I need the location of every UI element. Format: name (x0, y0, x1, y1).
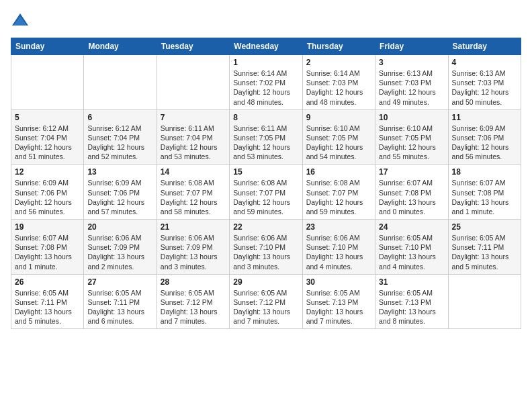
calendar-week-row: 1Sunrise: 6:14 AM Sunset: 7:02 PM Daylig… (11, 55, 521, 110)
calendar-week-row: 19Sunrise: 6:07 AM Sunset: 7:08 PM Dayli… (11, 220, 521, 275)
cell-date-number: 5 (15, 113, 80, 122)
calendar-week-row: 26Sunrise: 6:05 AM Sunset: 7:11 PM Dayli… (11, 274, 521, 329)
cell-date-number: 16 (306, 167, 371, 177)
calendar-cell: 23Sunrise: 6:06 AM Sunset: 7:10 PM Dayli… (302, 220, 375, 275)
calendar-cell: 16Sunrise: 6:08 AM Sunset: 7:07 PM Dayli… (302, 165, 375, 220)
calendar-cell: 5Sunrise: 6:12 AM Sunset: 7:04 PM Daylig… (11, 109, 84, 165)
cell-info-text: Sunrise: 6:08 AM Sunset: 7:07 PM Dayligh… (306, 178, 371, 216)
cell-info-text: Sunrise: 6:06 AM Sunset: 7:09 PM Dayligh… (161, 233, 226, 271)
cell-date-number: 15 (233, 167, 298, 177)
cell-date-number: 3 (379, 58, 444, 67)
calendar-cell: 1Sunrise: 6:14 AM Sunset: 7:02 PM Daylig… (230, 55, 302, 110)
calendar-cell: 26Sunrise: 6:05 AM Sunset: 7:11 PM Dayli… (11, 274, 84, 329)
calendar-cell: 4Sunrise: 6:13 AM Sunset: 7:03 PM Daylig… (448, 55, 521, 110)
calendar-cell: 9Sunrise: 6:10 AM Sunset: 7:05 PM Daylig… (302, 109, 375, 165)
cell-date-number: 20 (87, 222, 152, 232)
cell-info-text: Sunrise: 6:09 AM Sunset: 7:06 PM Dayligh… (452, 124, 517, 162)
cell-info-text: Sunrise: 6:07 AM Sunset: 7:08 PM Dayligh… (15, 233, 80, 271)
calendar-cell: 7Sunrise: 6:11 AM Sunset: 7:04 PM Daylig… (157, 109, 229, 165)
cell-info-text: Sunrise: 6:11 AM Sunset: 7:05 PM Dayligh… (233, 124, 298, 162)
cell-date-number: 2 (306, 58, 371, 67)
cell-info-text: Sunrise: 6:06 AM Sunset: 7:09 PM Dayligh… (87, 233, 152, 271)
cell-info-text: Sunrise: 6:10 AM Sunset: 7:05 PM Dayligh… (379, 124, 444, 162)
page-header (11, 11, 521, 30)
calendar-header-row: SundayMondayTuesdayWednesdayThursdayFrid… (11, 38, 521, 55)
calendar-cell: 8Sunrise: 6:11 AM Sunset: 7:05 PM Daylig… (230, 109, 302, 165)
cell-info-text: Sunrise: 6:05 AM Sunset: 7:12 PM Dayligh… (161, 288, 226, 326)
calendar-cell: 18Sunrise: 6:07 AM Sunset: 7:08 PM Dayli… (448, 165, 521, 220)
calendar-cell: 14Sunrise: 6:08 AM Sunset: 7:07 PM Dayli… (157, 165, 229, 220)
calendar-cell: 28Sunrise: 6:05 AM Sunset: 7:12 PM Dayli… (157, 274, 229, 329)
cell-info-text: Sunrise: 6:05 AM Sunset: 7:11 PM Dayligh… (15, 288, 80, 326)
cell-date-number: 8 (233, 113, 298, 122)
calendar-cell: 29Sunrise: 6:05 AM Sunset: 7:12 PM Dayli… (230, 274, 302, 329)
cell-info-text: Sunrise: 6:13 AM Sunset: 7:03 PM Dayligh… (452, 68, 517, 107)
cell-info-text: Sunrise: 6:05 AM Sunset: 7:12 PM Dayligh… (233, 288, 298, 326)
cell-info-text: Sunrise: 6:09 AM Sunset: 7:06 PM Dayligh… (15, 178, 80, 216)
cell-date-number: 17 (379, 167, 444, 177)
cell-info-text: Sunrise: 6:06 AM Sunset: 7:10 PM Dayligh… (233, 233, 298, 271)
calendar-cell: 17Sunrise: 6:07 AM Sunset: 7:08 PM Dayli… (375, 165, 448, 220)
cell-date-number: 23 (306, 222, 371, 232)
cell-info-text: Sunrise: 6:05 AM Sunset: 7:10 PM Dayligh… (379, 233, 444, 271)
cell-date-number: 29 (233, 277, 298, 287)
cell-info-text: Sunrise: 6:09 AM Sunset: 7:06 PM Dayligh… (87, 178, 152, 216)
calendar-cell: 30Sunrise: 6:05 AM Sunset: 7:13 PM Dayli… (302, 274, 375, 329)
calendar-cell: 27Sunrise: 6:05 AM Sunset: 7:11 PM Dayli… (84, 274, 157, 329)
calendar-cell: 3Sunrise: 6:13 AM Sunset: 7:03 PM Daylig… (375, 55, 448, 110)
logo (11, 11, 32, 30)
cell-info-text: Sunrise: 6:11 AM Sunset: 7:04 PM Dayligh… (161, 124, 226, 162)
calendar-cell: 25Sunrise: 6:05 AM Sunset: 7:11 PM Dayli… (448, 220, 521, 275)
cell-date-number: 12 (15, 167, 80, 177)
cell-date-number: 24 (379, 222, 444, 232)
calendar-cell: 11Sunrise: 6:09 AM Sunset: 7:06 PM Dayli… (448, 109, 521, 165)
cell-info-text: Sunrise: 6:13 AM Sunset: 7:03 PM Dayligh… (379, 68, 444, 107)
cell-date-number: 27 (87, 277, 152, 287)
calendar-cell (84, 55, 157, 110)
cell-info-text: Sunrise: 6:07 AM Sunset: 7:08 PM Dayligh… (452, 178, 517, 216)
cell-date-number: 30 (306, 277, 371, 287)
cell-date-number: 14 (161, 167, 226, 177)
calendar-cell: 21Sunrise: 6:06 AM Sunset: 7:09 PM Dayli… (157, 220, 229, 275)
cell-info-text: Sunrise: 6:14 AM Sunset: 7:02 PM Dayligh… (233, 68, 298, 107)
day-header-friday: Friday (375, 38, 448, 55)
calendar-cell (448, 274, 521, 329)
cell-date-number: 28 (161, 277, 226, 287)
calendar-cell: 31Sunrise: 6:05 AM Sunset: 7:13 PM Dayli… (375, 274, 448, 329)
cell-date-number: 6 (87, 113, 152, 122)
calendar-cell (157, 55, 229, 110)
cell-date-number: 11 (452, 113, 517, 122)
calendar-cell (11, 55, 84, 110)
cell-info-text: Sunrise: 6:05 AM Sunset: 7:11 PM Dayligh… (87, 288, 152, 326)
cell-date-number: 1 (233, 58, 298, 67)
cell-date-number: 22 (233, 222, 298, 232)
cell-date-number: 7 (161, 113, 226, 122)
cell-info-text: Sunrise: 6:07 AM Sunset: 7:08 PM Dayligh… (379, 178, 444, 216)
calendar-cell: 10Sunrise: 6:10 AM Sunset: 7:05 PM Dayli… (375, 109, 448, 165)
day-header-tuesday: Tuesday (157, 38, 229, 55)
day-header-sunday: Sunday (11, 38, 84, 55)
cell-info-text: Sunrise: 6:10 AM Sunset: 7:05 PM Dayligh… (306, 124, 371, 162)
calendar-week-row: 5Sunrise: 6:12 AM Sunset: 7:04 PM Daylig… (11, 109, 521, 165)
calendar-cell: 13Sunrise: 6:09 AM Sunset: 7:06 PM Dayli… (84, 165, 157, 220)
cell-info-text: Sunrise: 6:05 AM Sunset: 7:11 PM Dayligh… (452, 233, 517, 271)
cell-info-text: Sunrise: 6:06 AM Sunset: 7:10 PM Dayligh… (306, 233, 371, 271)
calendar-cell: 6Sunrise: 6:12 AM Sunset: 7:04 PM Daylig… (84, 109, 157, 165)
cell-date-number: 25 (452, 222, 517, 232)
cell-info-text: Sunrise: 6:14 AM Sunset: 7:03 PM Dayligh… (306, 68, 371, 107)
day-header-thursday: Thursday (302, 38, 375, 55)
cell-date-number: 31 (379, 277, 444, 287)
calendar-week-row: 12Sunrise: 6:09 AM Sunset: 7:06 PM Dayli… (11, 165, 521, 220)
cell-date-number: 9 (306, 113, 371, 122)
day-header-saturday: Saturday (448, 38, 521, 55)
calendar-cell: 2Sunrise: 6:14 AM Sunset: 7:03 PM Daylig… (302, 55, 375, 110)
calendar-cell: 15Sunrise: 6:08 AM Sunset: 7:07 PM Dayli… (230, 165, 302, 220)
cell-info-text: Sunrise: 6:12 AM Sunset: 7:04 PM Dayligh… (15, 124, 80, 162)
cell-date-number: 4 (452, 58, 517, 67)
cell-date-number: 18 (452, 167, 517, 177)
cell-info-text: Sunrise: 6:08 AM Sunset: 7:07 PM Dayligh… (233, 178, 298, 216)
calendar-cell: 22Sunrise: 6:06 AM Sunset: 7:10 PM Dayli… (230, 220, 302, 275)
cell-info-text: Sunrise: 6:12 AM Sunset: 7:04 PM Dayligh… (87, 124, 152, 162)
cell-info-text: Sunrise: 6:05 AM Sunset: 7:13 PM Dayligh… (379, 288, 444, 326)
cell-info-text: Sunrise: 6:05 AM Sunset: 7:13 PM Dayligh… (306, 288, 371, 326)
